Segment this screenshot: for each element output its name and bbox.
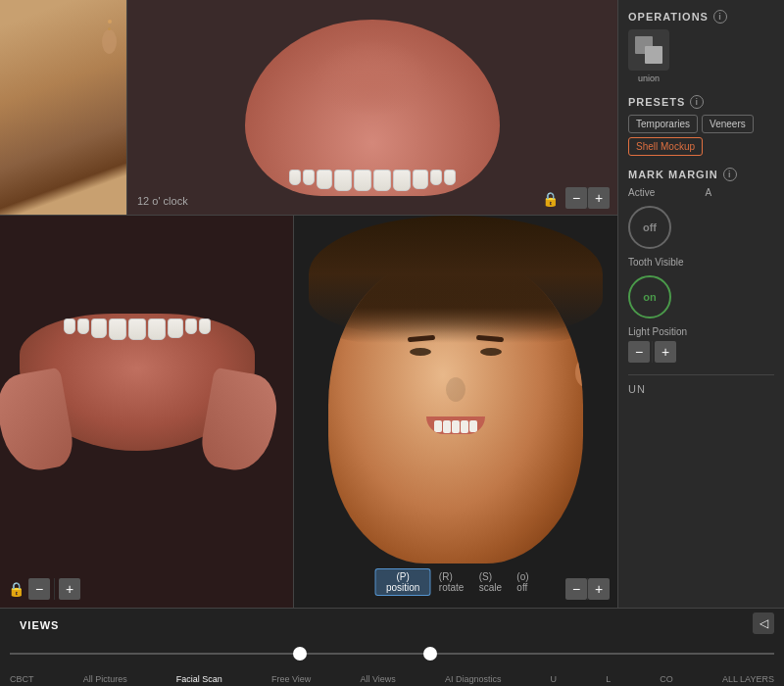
viewport-3d-face: (P) position (R) rotate (S) scale (o) of…	[294, 216, 617, 608]
operations-section: OPERATIONS i union	[628, 10, 774, 83]
un-section: UN	[628, 374, 774, 395]
viewport-face-preview	[0, 0, 127, 215]
light-zoom-minus[interactable]: −	[628, 341, 650, 363]
viewport-12-oclock-label: 12 o' clock	[137, 195, 188, 207]
timeline-labels: CBCT All Pictures Facial Scan Free View …	[0, 672, 784, 686]
active-toggle-off[interactable]: off	[628, 206, 671, 249]
timeline-free-view[interactable]: Free View	[271, 674, 311, 684]
operations-title: OPERATIONS	[628, 11, 709, 23]
timeline-all-views[interactable]: All Views	[360, 674, 395, 684]
active-value-label: A	[706, 187, 775, 198]
zoom-minus-button[interactable]: −	[565, 187, 587, 209]
timeline-ai-diagnostics[interactable]: AI Diagnostics	[445, 674, 502, 684]
timeline-thumb-1[interactable]	[293, 647, 307, 661]
top-right-zoom-controls: − +	[565, 187, 610, 209]
timeline-cbct[interactable]: CBCT	[10, 674, 34, 684]
timeline-line	[10, 653, 774, 655]
viewport-lower-arch: 🔒 − +	[0, 216, 294, 608]
active-label: Active	[628, 187, 698, 198]
union-operation[interactable]: union	[628, 29, 669, 83]
presets-info-icon[interactable]: i	[690, 95, 704, 109]
light-position-label: Light Position	[628, 326, 698, 337]
preset-veneers[interactable]: Veneers	[702, 115, 754, 133]
mark-margin-info-icon[interactable]: i	[723, 168, 737, 181]
tooth-visible-toggle-on[interactable]: on	[628, 275, 671, 318]
r-rotate-label: (R) rotate	[439, 571, 471, 593]
viewport-upper-arch: 12 o' clock 🔒 − +	[127, 0, 617, 215]
bottom-left-lock-icon: 🔒	[8, 581, 24, 597]
operations-info-icon[interactable]: i	[713, 10, 727, 24]
timeline-track[interactable]	[0, 634, 784, 672]
lock-icon: 🔒	[542, 191, 559, 207]
un-label: UN	[628, 383, 646, 395]
preset-shell-mockup[interactable]: Shell Mockup	[628, 137, 703, 156]
bottom-right-zoom-minus[interactable]: −	[565, 578, 587, 600]
bottom-bar: VIEWS ◁ CBCT All Pictures Facial Scan Fr…	[0, 608, 784, 686]
bottom-right-zoom-controls: − +	[565, 578, 610, 600]
viewport-area: 12 o' clock 🔒 − +	[0, 0, 617, 608]
presets-section: PRESETS i Temporaries Veneers Shell Mock…	[628, 95, 774, 156]
light-zoom-controls: − +	[628, 341, 774, 363]
tooth-visible-label: Tooth Visible	[628, 257, 698, 268]
bottom-right-zoom-plus[interactable]: +	[588, 578, 610, 600]
operations-grid: union	[628, 29, 774, 83]
p-position-button[interactable]: (P) position	[375, 568, 431, 596]
timeline-u[interactable]: U	[551, 674, 558, 684]
union-icon-box[interactable]	[628, 29, 669, 71]
bottom-left-zoom-minus[interactable]: −	[28, 578, 50, 600]
preset-temporaries[interactable]: Temporaries	[628, 115, 698, 133]
preset-buttons-group: Temporaries Veneers Shell Mockup	[628, 115, 774, 156]
active-toggle-placeholder	[706, 206, 749, 249]
timeline-thumb-2[interactable]	[423, 647, 437, 661]
s-scale-label: (S) scale	[479, 571, 510, 593]
zoom-plus-button[interactable]: +	[588, 187, 610, 209]
views-label: VIEWS	[10, 615, 69, 631]
presets-title: PRESETS	[628, 96, 685, 108]
union-label: union	[638, 74, 660, 83]
timeline-l[interactable]: L	[606, 674, 611, 684]
collapse-button[interactable]: ◁	[753, 612, 774, 634]
right-panel: OPERATIONS i union PRESETS	[617, 0, 784, 608]
timeline-facial-scan[interactable]: Facial Scan	[176, 674, 222, 684]
timeline-co[interactable]: CO	[660, 674, 673, 684]
timeline-all-pictures[interactable]: All Pictures	[83, 674, 127, 684]
bottom-left-zoom-plus[interactable]: +	[59, 578, 80, 600]
timeline-all-layers[interactable]: ALL LAYERS	[722, 674, 774, 684]
mark-margin-section: MARK MARGIN i Active A off Tooth Visible	[628, 168, 774, 363]
mark-margin-title: MARK MARGIN	[628, 169, 718, 180]
mark-margin-grid: Active A off Tooth Visible on	[628, 187, 774, 337]
light-zoom-plus[interactable]: +	[655, 341, 676, 363]
o-off-label: (o) off	[516, 571, 536, 593]
tooth-visible-toggle-placeholder	[706, 275, 749, 318]
